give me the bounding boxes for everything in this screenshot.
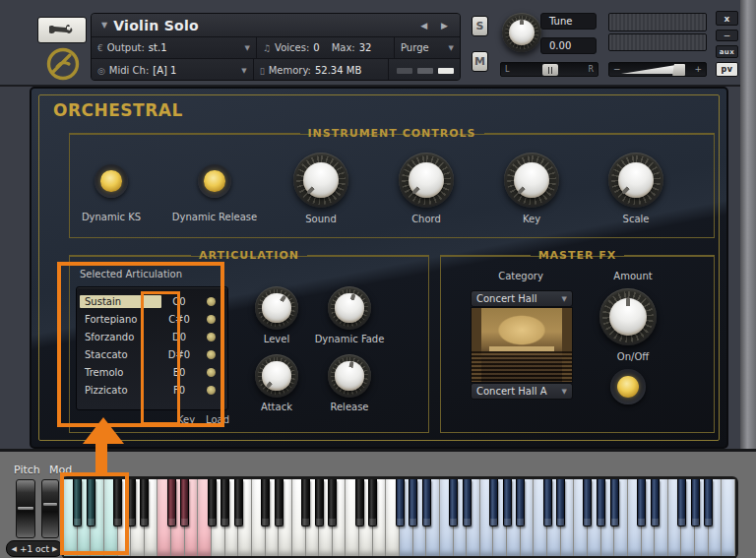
black-key[interactable] — [637, 479, 646, 527]
black-key[interactable] — [167, 479, 176, 527]
sound-knob[interactable] — [293, 153, 348, 208]
articulation-row-sforzando[interactable]: SforzandoD0 — [80, 328, 224, 345]
output-select[interactable]: € Output: st.1 ▼ — [92, 37, 257, 58]
articulation-row-pizzicato[interactable]: PizzicatoF0 — [80, 381, 224, 399]
articulation-load-led[interactable] — [197, 368, 224, 377]
volume-handle[interactable] — [672, 64, 685, 76]
octave-up-icon[interactable]: ▶ — [52, 545, 57, 553]
pan-handle[interactable] — [542, 64, 558, 76]
black-key[interactable] — [261, 479, 270, 527]
black-key[interactable] — [463, 479, 472, 527]
mod-wheel[interactable] — [41, 479, 59, 538]
dynamic-release-switch[interactable] — [198, 164, 231, 198]
articulation-row-sustain[interactable]: SustainC0 — [80, 292, 224, 310]
articulation-load-led[interactable] — [197, 386, 224, 395]
pitch-wheel[interactable] — [16, 479, 35, 538]
black-key[interactable] — [409, 479, 417, 527]
fx-preset-dropdown[interactable]: Concert Hall A ▼ — [471, 383, 573, 400]
prev-instrument-icon[interactable]: ◀ — [420, 21, 427, 31]
dynamic-fade-knob[interactable] — [328, 286, 371, 330]
black-key[interactable] — [422, 479, 431, 527]
edit-instrument-button[interactable] — [37, 17, 87, 43]
next-instrument-icon[interactable]: ▶ — [441, 21, 448, 31]
black-key[interactable] — [583, 479, 592, 527]
solo-button[interactable]: S — [472, 16, 488, 36]
scale-control: Scale — [589, 135, 683, 224]
black-key[interactable] — [489, 479, 498, 527]
midi-channel-select[interactable]: ◎ Midi Ch: [A] 1 ▼ — [92, 59, 254, 81]
black-key[interactable] — [651, 479, 660, 527]
black-key[interactable] — [87, 479, 95, 527]
black-key[interactable] — [180, 479, 189, 527]
level-knob[interactable] — [255, 286, 298, 330]
articulation-load-led[interactable] — [197, 297, 224, 306]
articulation-load-led[interactable] — [197, 350, 224, 359]
articulation-name[interactable]: Staccato — [80, 348, 161, 361]
black-key[interactable] — [610, 479, 619, 527]
black-key[interactable] — [449, 479, 458, 527]
articulation-name[interactable]: Fortepiano — [80, 313, 161, 326]
black-key[interactable] — [140, 479, 149, 527]
black-key[interactable] — [73, 479, 82, 527]
black-key[interactable] — [301, 479, 310, 527]
articulation-row-tremolo[interactable]: TremoloE0 — [80, 363, 224, 381]
articulation-name[interactable]: Sforzando — [80, 331, 161, 343]
attack-knob[interactable] — [255, 354, 298, 398]
black-key[interactable] — [328, 479, 337, 527]
articulation-row-staccato[interactable]: StaccatoD#0 — [80, 345, 224, 363]
white-key[interactable] — [722, 479, 735, 556]
midi-icon: ◎ — [97, 66, 105, 76]
scale-knob[interactable] — [608, 153, 663, 208]
articulation-load-led[interactable] — [197, 315, 224, 324]
black-key[interactable] — [355, 479, 364, 527]
aux-button[interactable]: aux — [716, 45, 738, 58]
sound-control: Sound — [274, 135, 368, 224]
fx-category-dropdown[interactable]: Concert Hall ▼ — [471, 290, 573, 307]
black-key[interactable] — [516, 479, 525, 527]
selected-articulation-label: Selected Articulation — [80, 269, 182, 279]
octave-shift-control[interactable]: ◀ +1 oct ▶ — [6, 540, 63, 557]
black-key[interactable] — [127, 479, 136, 527]
volume-slider[interactable]: − + — [608, 62, 707, 77]
black-key[interactable] — [396, 479, 405, 527]
led-indicator — [207, 368, 216, 377]
release-knob[interactable] — [328, 354, 371, 398]
pan-left-label: L — [505, 65, 509, 74]
volume-plus-label: + — [694, 64, 702, 74]
articulation-name[interactable]: Pizzicato — [80, 384, 161, 397]
articulation-row-fortepiano[interactable]: FortepianoC#0 — [80, 310, 224, 328]
black-key[interactable] — [677, 479, 686, 527]
black-key[interactable] — [691, 479, 700, 527]
octave-down-icon[interactable]: ◀ — [12, 545, 17, 553]
tune-knob[interactable] — [502, 13, 541, 52]
black-key[interactable] — [704, 479, 713, 527]
pv-button[interactable]: pv — [716, 62, 738, 77]
instrument-collapse-caret-icon[interactable]: ▼ — [101, 21, 107, 30]
purge-menu[interactable]: Purge ▼ — [395, 37, 460, 58]
black-key[interactable] — [234, 479, 243, 527]
fx-onoff-button[interactable] — [610, 369, 646, 404]
tune-value-box[interactable]: 0.00 — [540, 37, 597, 54]
pan-slider[interactable]: L R — [500, 62, 598, 77]
chord-knob[interactable] — [399, 153, 454, 208]
black-key[interactable] — [597, 479, 605, 527]
amount-knob[interactable] — [599, 288, 657, 345]
black-key[interactable] — [503, 479, 512, 527]
black-key[interactable] — [220, 479, 229, 527]
articulation-load-led[interactable] — [197, 333, 224, 341]
knob-pointer — [520, 19, 524, 32]
articulation-name[interactable]: Sustain — [80, 295, 161, 308]
black-key[interactable] — [113, 479, 122, 527]
articulation-name[interactable]: Tremolo — [80, 366, 161, 379]
black-key[interactable] — [556, 479, 565, 527]
black-key[interactable] — [368, 479, 377, 527]
black-key[interactable] — [543, 479, 552, 527]
minimize-button[interactable]: − — [716, 30, 738, 41]
black-key[interactable] — [315, 479, 324, 527]
close-button[interactable]: x — [716, 11, 738, 26]
key-knob[interactable] — [504, 153, 559, 208]
black-key[interactable] — [275, 479, 284, 527]
dynamic-ks-switch[interactable] — [94, 164, 128, 198]
mute-button[interactable]: M — [472, 51, 488, 72]
black-key[interactable] — [208, 479, 217, 527]
